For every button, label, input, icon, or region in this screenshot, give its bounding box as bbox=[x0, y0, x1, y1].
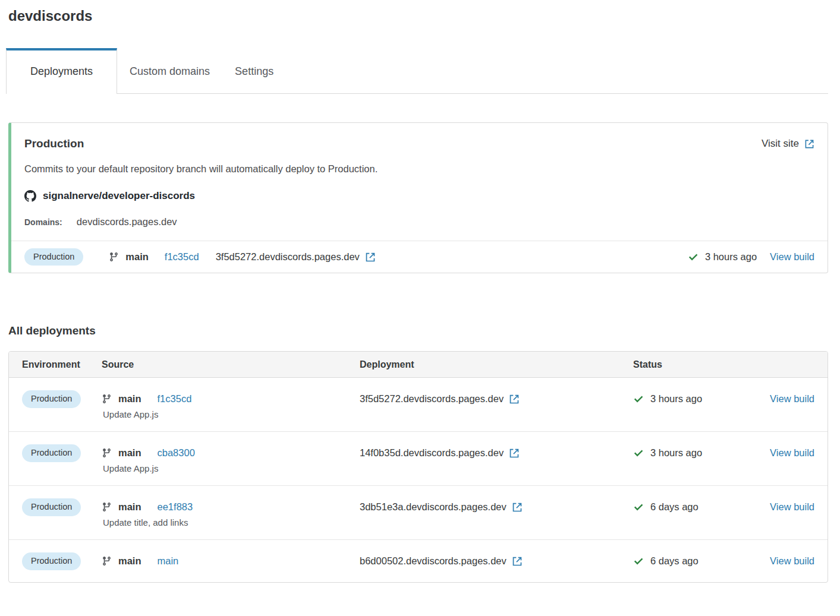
external-link-icon[interactable] bbox=[512, 502, 523, 513]
commit-message: Update title, add links bbox=[103, 517, 360, 527]
table-header: Environment Source Deployment Status bbox=[9, 352, 828, 378]
page-title: devdiscords bbox=[8, 8, 828, 24]
checkmark-icon bbox=[688, 252, 699, 263]
tab-settings[interactable]: Settings bbox=[222, 48, 286, 93]
tab-bar: Deployments Custom domains Settings bbox=[6, 48, 828, 94]
branch-name: main bbox=[118, 393, 141, 405]
domains-label: Domains: bbox=[24, 217, 62, 227]
visit-site-label: Visit site bbox=[762, 138, 799, 150]
status-time: 3 hours ago bbox=[650, 447, 702, 459]
production-card-title: Production bbox=[24, 137, 84, 150]
view-build-link[interactable]: View build bbox=[770, 393, 814, 405]
branch-name: main bbox=[118, 447, 141, 459]
external-link-icon bbox=[804, 139, 814, 149]
deployment-url: 3db51e3a.devdiscords.pages.dev bbox=[360, 501, 506, 513]
view-build-link[interactable]: View build bbox=[770, 447, 814, 459]
branch-name: main bbox=[118, 501, 141, 513]
commit-hash-link[interactable]: cba8300 bbox=[158, 447, 195, 459]
pages-project-page: devdiscords Deployments Custom domains S… bbox=[0, 8, 840, 583]
deployment-url: b6d00502.devdiscords.pages.dev bbox=[360, 555, 506, 567]
git-branch-icon bbox=[109, 252, 119, 262]
column-header-deployment: Deployment bbox=[360, 359, 633, 370]
environment-badge: Production bbox=[24, 248, 83, 266]
view-build-link[interactable]: View build bbox=[770, 501, 814, 513]
git-branch-icon bbox=[102, 502, 112, 512]
external-link-icon[interactable] bbox=[512, 556, 523, 567]
column-header-source: Source bbox=[102, 359, 360, 370]
deployments-table: Environment Source Deployment Status Pro… bbox=[8, 351, 828, 582]
table-row: Production main main b6d00502.devdiscord… bbox=[9, 539, 828, 582]
table-row: Production main cba8300 Update App.js 14… bbox=[9, 431, 828, 485]
repo-name: signalnerve/developer-discords bbox=[43, 190, 195, 202]
checkmark-icon bbox=[633, 448, 644, 459]
table-row: Production main f1c35cd Update App.js 3f… bbox=[9, 378, 828, 431]
production-description: Commits to your default repository branc… bbox=[24, 163, 814, 175]
commit-message: Update App.js bbox=[103, 409, 360, 419]
github-repo-link[interactable]: signalnerve/developer-discords bbox=[24, 190, 814, 202]
visit-site-link[interactable]: Visit site bbox=[762, 138, 814, 150]
deployment-url: 14f0b35d.devdiscords.pages.dev bbox=[360, 447, 504, 459]
environment-badge: Production bbox=[22, 498, 81, 516]
github-icon bbox=[24, 190, 36, 202]
production-card: Production Visit site Commits to your de… bbox=[8, 122, 828, 273]
branch-name: main bbox=[118, 555, 141, 567]
domains-value: devdiscords.pages.dev bbox=[77, 216, 177, 228]
git-branch-icon bbox=[102, 556, 112, 566]
status-time: 3 hours ago bbox=[650, 393, 702, 405]
view-build-link[interactable]: View build bbox=[770, 251, 814, 263]
status-time: 6 days ago bbox=[650, 501, 699, 513]
commit-hash-link[interactable]: ee1f883 bbox=[158, 501, 193, 513]
deployment-url: 3f5d5272.devdiscords.pages.dev bbox=[216, 251, 360, 263]
environment-badge: Production bbox=[22, 390, 81, 407]
external-link-icon[interactable] bbox=[365, 252, 376, 263]
status-time: 6 days ago bbox=[650, 555, 699, 567]
commit-hash-link[interactable]: f1c35cd bbox=[158, 393, 192, 405]
deployment-status: 3 hours ago bbox=[633, 393, 702, 405]
tab-deployments[interactable]: Deployments bbox=[6, 48, 117, 94]
column-header-status: Status bbox=[633, 359, 814, 370]
production-deployment-row: Production main f1c35cd 3f5d5272.devdisc… bbox=[11, 241, 828, 273]
deployment-status: 6 days ago bbox=[633, 501, 699, 513]
deployment-status: 3 hours ago bbox=[633, 447, 702, 459]
status-time: 3 hours ago bbox=[705, 251, 757, 263]
git-branch-icon bbox=[102, 394, 112, 404]
column-header-environment: Environment bbox=[22, 359, 102, 370]
checkmark-icon bbox=[633, 394, 644, 405]
tab-custom-domains[interactable]: Custom domains bbox=[117, 48, 222, 93]
commit-message: Update App.js bbox=[103, 463, 360, 473]
view-build-link[interactable]: View build bbox=[770, 555, 814, 567]
checkmark-icon bbox=[633, 556, 644, 567]
environment-badge: Production bbox=[22, 444, 81, 462]
environment-badge: Production bbox=[22, 552, 81, 570]
checkmark-icon bbox=[633, 502, 644, 513]
branch-name: main bbox=[125, 251, 149, 263]
external-link-icon[interactable] bbox=[509, 448, 520, 459]
commit-hash-link[interactable]: main bbox=[158, 555, 179, 567]
deployment-status: 6 days ago bbox=[633, 555, 699, 567]
all-deployments-heading: All deployments bbox=[8, 324, 828, 337]
domains-row: Domains: devdiscords.pages.dev bbox=[24, 216, 814, 228]
deployment-url: 3f5d5272.devdiscords.pages.dev bbox=[360, 393, 504, 405]
table-row: Production main ee1f883 Update title, ad… bbox=[9, 485, 828, 539]
commit-hash-link[interactable]: f1c35cd bbox=[165, 251, 199, 263]
deployment-status: 3 hours ago bbox=[688, 251, 757, 263]
external-link-icon[interactable] bbox=[509, 394, 520, 405]
git-branch-icon bbox=[102, 448, 112, 458]
